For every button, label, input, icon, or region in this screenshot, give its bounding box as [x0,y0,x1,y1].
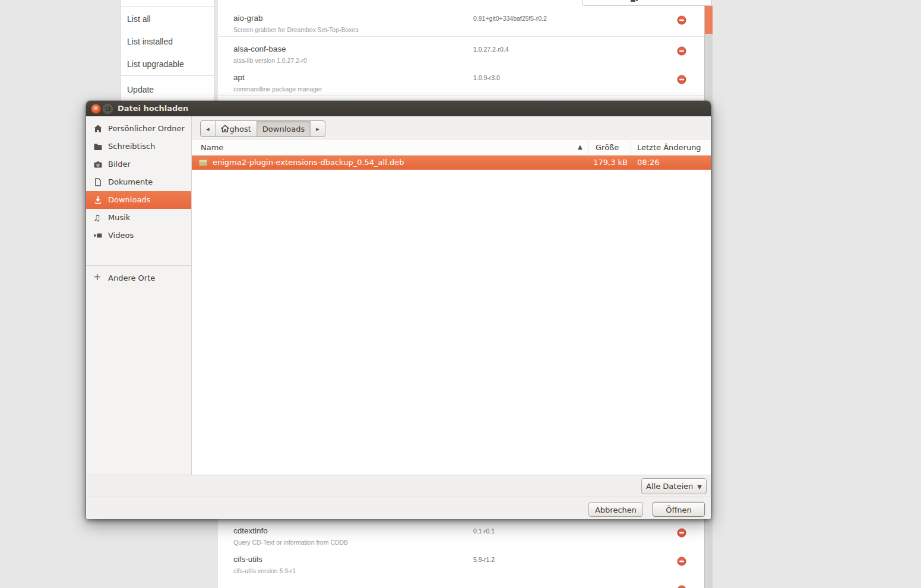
breadcrumb-forward-button[interactable]: ▸ [311,121,325,136]
unmaximize-button[interactable] [103,104,113,114]
sidebar-item-other-locations[interactable]: + Andere Orte [86,269,191,287]
download-icon [93,195,103,205]
sidebar-item-label: Andere Orte [108,274,155,282]
file-browser-pane: ◂ ghost Downloads ▸ Name ▲ Größe Le [192,116,711,475]
menu-item-update[interactable]: Update [127,85,154,94]
home-icon [221,125,229,133]
close-icon: ✕ [91,104,100,113]
sidebar-item-label: Schreibtisch [108,142,155,151]
column-header-modified[interactable]: Letzte Änderung [637,143,701,152]
menu-divider [121,6,214,7]
breadcrumb: ◂ ghost Downloads ▸ [200,120,325,137]
search-glyph [631,0,635,2]
column-separator[interactable] [631,141,631,154]
remove-package-icon[interactable] [677,46,686,56]
chevron-left-icon: ◂ [206,125,210,133]
package-desc: Query CD-Text or information from CDDB [233,539,348,546]
breadcrumb-home-ghost[interactable]: ghost [216,121,257,136]
cancel-button[interactable]: Abbrechen [588,502,643,517]
video-icon [93,231,103,240]
sidebar-item-pictures[interactable]: Bilder [86,155,191,173]
close-button[interactable]: ✕ [91,104,101,114]
music-icon: ♫ [93,213,103,223]
sidebar-item-desktop[interactable]: Schreibtisch [86,138,191,155]
sidebar-item-downloads[interactable]: Downloads [86,191,191,209]
table-row: alsa-conf-base alsa-lib version 1.0.27.2… [218,39,704,68]
remove-package-icon[interactable] [677,528,686,538]
sidebar-item-label: Videos [108,231,134,240]
filter-label: Alle Dateien [646,482,693,491]
sidebar-item-label: Downloads [108,195,150,204]
remove-package-icon[interactable] [677,585,686,588]
column-separator[interactable] [588,141,588,154]
package-version: 1.0.9-r3.0 [473,74,500,81]
chevron-right-icon: ▸ [316,125,319,133]
file-size: 179,3 kB [593,158,628,167]
dialog-titlebar[interactable]: ✕ Datei hochladen [86,101,711,117]
table-row: apt commandline package manager 1.0.9-r3… [218,67,704,96]
breadcrumb-current-label: Downloads [262,125,305,134]
package-name: aio-grab [233,14,263,23]
remove-package-icon[interactable] [677,15,686,25]
table-row: cifs-utils cifs-utils version 5.9-r1 5.9… [218,549,704,578]
dialog-action-bar: Abbrechen Öffnen [86,497,711,519]
file-list-header: Name ▲ Größe Letzte Änderung [192,140,711,156]
folder-icon [93,142,103,151]
package-name: alsa-conf-base [233,45,286,53]
file-modified: 08:26 [637,158,659,167]
home-icon [93,124,103,134]
file-type-filter-dropdown[interactable]: Alle Dateien▼ [641,478,707,494]
chevron-down-icon: ▼ [697,484,702,490]
package-desc: Screen grabber for Dreambox Set-Top-Boxe… [233,26,359,33]
remove-package-icon[interactable] [677,557,686,566]
open-button[interactable]: Öffnen [653,502,705,517]
package-file-icon [198,158,208,167]
package-desc: cifs-utils version 5.9-r1 [233,567,296,574]
sidebar-item-label: Bilder [108,160,131,169]
file-row-selected[interactable]: enigma2-plugin-extensions-dbackup_0.54_a… [192,155,711,170]
file-name: enigma2-plugin-extensions-dbackup_0.54_a… [213,158,404,167]
package-version: 0.1-r0.1 [473,527,495,535]
package-version: 5.9-r1.2 [473,556,495,563]
filter-bar: Alle Dateien▼ [86,475,711,497]
document-icon [93,177,103,187]
screen: List all List installed List upgradable … [0,0,921,588]
sidebar-item-label: Dokumente [108,177,153,186]
sidebar-item-videos[interactable]: Videos [86,227,191,244]
package-name: cifs-utils [233,555,262,564]
remove-package-icon[interactable] [677,75,686,84]
breadcrumb-back-button[interactable]: ◂ [201,121,216,136]
sort-ascending-icon[interactable]: ▲ [578,144,583,150]
column-header-name[interactable]: Name [201,143,223,152]
column-header-size[interactable]: Größe [596,143,619,152]
dialog-title: Datei hochladen [118,104,188,113]
sidebar-item-documents[interactable]: Dokumente [86,173,191,191]
menu-item-list-installed[interactable]: List installed [127,37,173,46]
breadcrumb-home-label: ghost [230,125,251,134]
unmaximize-icon [106,107,110,111]
file-list: enigma2-plugin-extensions-dbackup_0.54_a… [192,155,711,475]
table-row: aio-grab Screen grabber for Dreambox Set… [218,8,704,37]
file-upload-dialog: ✕ Datei hochladen Persönlicher Ordner Sc… [86,101,711,519]
menu-divider [121,75,214,76]
menu-item-list-upgradable[interactable]: List upgradable [127,59,184,69]
side-menu: List all List installed List upgradable … [121,0,214,104]
package-version: 1.0.27.2-r0.4 [473,46,509,53]
sidebar-item-label: Persönlicher Ordner [108,124,185,133]
camera-icon [93,160,103,169]
menu-item-list-all[interactable]: List all [127,14,151,24]
places-sidebar: Persönlicher Ordner Schreibtisch Bilder … [86,116,192,475]
sidebar-item-music[interactable]: ♫ Musik [86,209,191,227]
search-input-partial[interactable] [583,0,712,6]
table-row: cdtextinfo Query CD-Text or information … [218,520,704,549]
package-name: apt [233,73,245,82]
path-toolbar: ◂ ghost Downloads ▸ [192,116,711,141]
breadcrumb-current-downloads[interactable]: Downloads [257,121,311,136]
package-version: 0.91+git0+334baf25f5-r0.2 [473,15,547,22]
sidebar-separator [86,265,191,266]
package-desc: commandline package manager [233,85,322,93]
plus-icon: + [93,272,103,282]
package-desc: alsa-lib version 1.0.27.2-r0 [233,57,307,64]
scrollbar-thumb[interactable] [705,6,713,34]
sidebar-item-home[interactable]: Persönlicher Ordner [86,120,191,138]
